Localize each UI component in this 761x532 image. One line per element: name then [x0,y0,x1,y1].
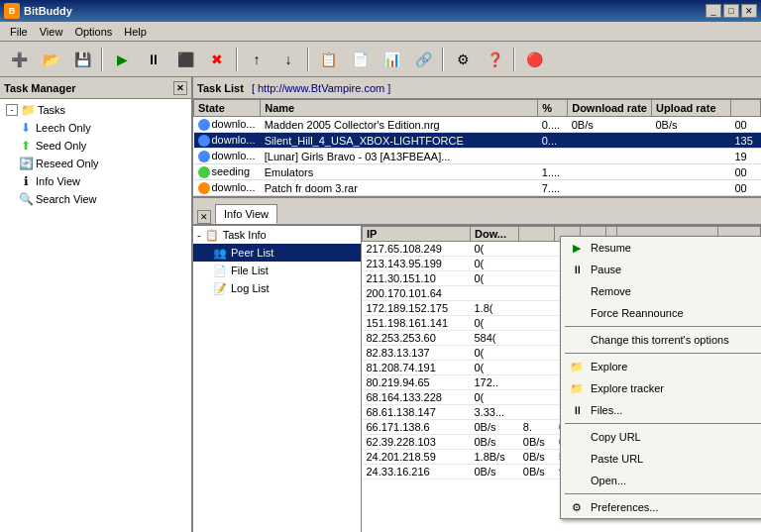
toolbar-open[interactable]: 📂 [36,46,65,73]
row-percent: 0... [538,133,568,149]
ctx-files-label: Files... [591,404,622,416]
task-list-url: [ http://www.BtVampire.com ] [252,82,390,94]
toolbar-extra[interactable]: 🔴 [519,46,549,73]
peer-ip: 24.201.218.59 [363,450,471,465]
ctx-open[interactable]: Open... [561,470,761,491]
toolbar-settings[interactable]: ⚙ [448,46,478,73]
row-download [568,133,652,149]
info-tree-task-info[interactable]: - 📋 Task Info [193,226,361,244]
ctx-files[interactable]: ⏸ Files... [561,399,761,421]
menu-view[interactable]: View [34,24,69,40]
tree-item-tasks[interactable]: - 📁 Tasks [2,101,189,119]
table-row[interactable]: downlo... Silent_Hill_4_USA_XBOX-LIGHTFO… [194,133,761,149]
row-percent: 0.... [538,117,568,133]
ctx-preferences[interactable]: ⚙ Preferences... [561,496,761,518]
toolbar-btn2[interactable]: 📄 [345,46,375,73]
search-view-icon: 🔍 [18,191,34,207]
toolbar-stop[interactable]: ⬛ [170,46,200,73]
task-list-label: Task List [197,82,244,94]
row-upload [652,180,731,196]
ctx-sep-1 [565,326,761,327]
tree-item-leech-only[interactable]: ⬇ Leech Only [2,119,189,137]
main-layout: Task Manager ✕ - 📁 Tasks ⬇ Leech Only ⬆ … [0,77,761,532]
toolbar-btn4[interactable]: 🔗 [408,46,438,73]
ctx-explore[interactable]: 📁 Explore [561,356,761,377]
tree-item-seed-only[interactable]: ⬆ Seed Only [2,137,189,155]
minimize-button[interactable]: _ [706,4,721,18]
reseed-icon: 🔄 [18,156,34,171]
table-row[interactable]: downlo... Madden 2005 Collector's Editio… [194,117,761,133]
tree-expand-tasks[interactable]: - [6,104,18,116]
menu-options[interactable]: Options [68,24,118,40]
ctx-explore-tracker-label: Explore tracker [591,382,664,394]
peer-col-dow: Dow... [470,227,518,242]
close-button[interactable]: ✕ [741,4,757,18]
peer-col-3 [519,227,555,242]
tab-info-view[interactable]: Info View [215,204,277,224]
row-percent [538,149,568,164]
ctx-change-options-label: Change this torrent's options [591,334,729,346]
bottom-area: ✕ Info View - 📋 Task Info 👥 Peer List [193,198,761,532]
table-row[interactable]: downlo... Patch fr doom 3.rar 7.... 00 [194,180,761,196]
toolbar-save[interactable]: 💾 [67,46,97,73]
toolbar-btn1[interactable]: 📋 [313,46,343,73]
toolbar-down[interactable]: ↓ [273,46,303,73]
task-manager-close[interactable]: ✕ [173,81,187,95]
right-panel: Task List [ http://www.BtVampire.com ] S… [193,77,761,532]
toolbar-sep-5 [513,48,515,71]
row-state: downlo... [194,180,261,196]
title-bar: B BitBuddy _ □ ✕ [0,0,761,22]
ctx-paste-url[interactable]: Paste URL [561,448,761,470]
pause-icon: ⏸ [569,262,585,277]
ctx-pause[interactable]: ⏸ Pause [561,259,761,280]
ctx-resume[interactable]: ▶ Resume [561,237,761,259]
row-extra: 00 [731,117,761,133]
table-row[interactable]: downlo... [Lunar] Girls Bravo - 03 [A13F… [194,149,761,164]
peer-ip: 82.253.253.60 [363,331,471,346]
toolbar-pause[interactable]: ⏸ [139,46,168,73]
menu-help[interactable]: Help [118,24,153,40]
toolbar-btn3[interactable]: 📊 [377,46,406,73]
toolbar-start[interactable]: ▶ [107,46,137,73]
ctx-explore-label: Explore [591,361,627,372]
row-name: Silent_Hill_4_USA_XBOX-LIGHTFORCE [261,133,538,149]
ctx-force-reannounce[interactable]: Force Reannounce [561,302,761,324]
col-extra [731,100,761,117]
tree-item-search-view[interactable]: 🔍 Search View [2,190,189,208]
ctx-sep-4 [565,493,761,494]
info-tree-peer-list[interactable]: 👥 Peer List [193,244,361,262]
ctx-sep-2 [565,353,761,354]
row-download [568,180,652,196]
menu-file[interactable]: File [4,24,34,40]
row-extra: 00 [731,180,761,196]
peer-ip: 66.171.138.6 [363,420,471,435]
maximize-button[interactable]: □ [723,4,739,18]
task-table: State Name % Download rate Upload rate d… [193,99,761,196]
info-tree-log-list[interactable]: 📝 Log List [193,279,361,297]
explore-tracker-icon: 📁 [569,380,585,396]
col-percent: % [538,100,568,117]
row-upload: 0B/s [652,117,731,133]
info-tree-file-list[interactable]: 📄 File List [193,262,361,279]
peer-ip: 80.219.94.65 [363,375,471,390]
toolbar-add[interactable]: ➕ [4,46,34,73]
remove-icon [569,283,585,299]
ctx-remove[interactable]: Remove ▶ [561,280,761,302]
app-icon: B [4,3,20,19]
toolbar-up[interactable]: ↑ [242,46,272,73]
ctx-explore-tracker[interactable]: 📁 Explore tracker [561,377,761,399]
ctx-open-label: Open... [591,475,626,486]
tree-item-reseed[interactable]: 🔄 Reseed Only [2,155,189,172]
task-manager-title: Task Manager [4,82,76,94]
ctx-change-options[interactable]: Change this torrent's options ▶ [561,329,761,351]
tree-item-info-view[interactable]: ℹ Info View [2,172,189,190]
ctx-copy-url[interactable]: Copy URL [561,426,761,448]
info-view-close[interactable]: ✕ [197,210,211,224]
toolbar-help[interactable]: ❓ [480,46,509,73]
info-tree-log-list-label: Log List [231,282,270,294]
peer-ip: 217.65.108.249 [363,242,471,257]
table-row[interactable]: seeding Emulators 1.... 00 [194,164,761,180]
row-percent: 1.... [538,164,568,180]
toolbar-delete[interactable]: ✖ [202,46,232,73]
tasks-icon: 📁 [20,102,36,118]
